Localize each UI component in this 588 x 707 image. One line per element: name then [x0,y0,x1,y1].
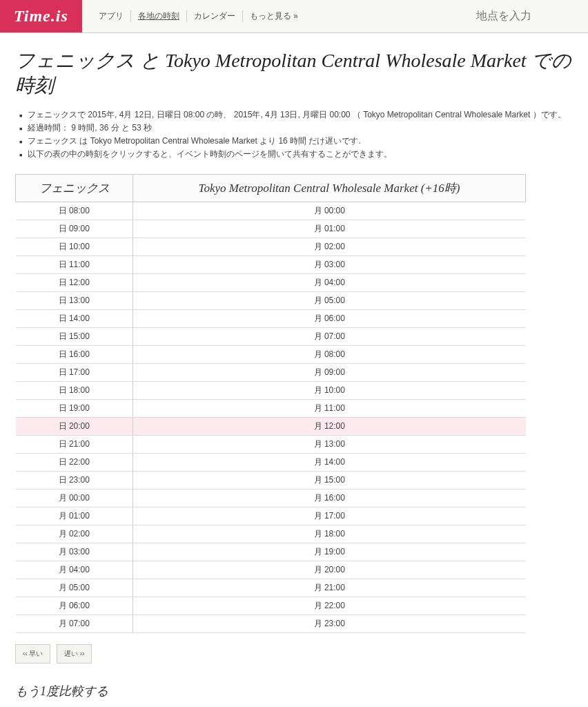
nav-more[interactable]: もっと見る » [243,10,305,22]
time-cell-phoenix[interactable]: 日 21:00 [16,435,133,453]
table-row[interactable]: 日 17:00月 09:00 [16,363,526,381]
table-row[interactable]: 日 14:00月 06:00 [16,309,526,327]
facts-list: フェニックスで 2015年, 4月 12日, 日曜日 08:00 の時、 201… [15,108,573,162]
nav-world-clock[interactable]: 各地の時刻 [131,10,187,22]
table-row[interactable]: 日 09:00月 01:00 [16,220,526,238]
table-row[interactable]: 月 04:00月 20:00 [16,561,526,579]
nav-calendar[interactable]: カレンダー [187,10,243,22]
later-button[interactable]: 遅い ›› [57,644,92,664]
time-cell-phoenix[interactable]: 月 04:00 [16,561,133,579]
col-header-phoenix: フェニックス [16,174,133,202]
time-cell-tokyo[interactable]: 月 06:00 [133,309,526,327]
table-row[interactable]: 月 00:00月 16:00 [16,489,526,507]
table-row[interactable]: 月 02:00月 18:00 [16,525,526,543]
time-cell-tokyo[interactable]: 月 14:00 [133,453,526,471]
time-table: フェニックス Tokyo Metropolitan Central Wholes… [15,174,526,633]
time-cell-phoenix[interactable]: 日 14:00 [16,309,133,327]
search [464,0,588,32]
time-cell-phoenix[interactable]: 日 10:00 [16,238,133,255]
fact: 経過時間： 9 時間, 36 分 と 53 秒 [19,122,573,135]
time-cell-tokyo[interactable]: 月 10:00 [133,381,526,399]
time-cell-phoenix[interactable]: 日 20:00 [16,417,133,435]
table-row[interactable]: 日 08:00月 00:00 [16,202,526,220]
time-cell-phoenix[interactable]: 日 16:00 [16,345,133,363]
nav-apps[interactable]: アプリ [92,10,131,22]
time-cell-phoenix[interactable]: 日 23:00 [16,471,133,489]
compare-heading: もう1度比較する [15,683,573,699]
time-cell-phoenix[interactable]: 日 08:00 [16,202,133,220]
fact: フェニックスで 2015年, 4月 12日, 日曜日 08:00 の時、 201… [19,108,573,122]
time-cell-phoenix[interactable]: 月 03:00 [16,543,133,561]
time-cell-phoenix[interactable]: 月 07:00 [16,614,133,632]
time-cell-phoenix[interactable]: 日 15:00 [16,327,133,345]
time-cell-phoenix[interactable]: 日 11:00 [16,255,133,273]
time-cell-tokyo[interactable]: 月 02:00 [133,238,526,255]
table-row[interactable]: 日 13:00月 05:00 [16,291,526,309]
time-cell-tokyo[interactable]: 月 03:00 [133,255,526,273]
time-cell-tokyo[interactable]: 月 07:00 [133,327,526,345]
time-cell-tokyo[interactable]: 月 16:00 [133,489,526,507]
search-input[interactable] [464,0,588,32]
table-row[interactable]: 月 07:00月 23:00 [16,614,526,632]
topbar: Time.is アプリ 各地の時刻 カレンダー もっと見る » [0,0,588,33]
time-cell-tokyo[interactable]: 月 04:00 [133,273,526,291]
time-cell-tokyo[interactable]: 月 22:00 [133,597,526,614]
col-header-tokyo: Tokyo Metropolitan Central Wholesale Mar… [133,174,526,202]
main-nav: アプリ 各地の時刻 カレンダー もっと見る » [82,0,305,32]
table-row[interactable]: 日 12:00月 04:00 [16,273,526,291]
table-row[interactable]: 日 23:00月 15:00 [16,471,526,489]
table-row[interactable]: 月 01:00月 17:00 [16,507,526,525]
time-cell-phoenix[interactable]: 日 17:00 [16,363,133,381]
logo[interactable]: Time.is [0,0,82,32]
time-cell-phoenix[interactable]: 月 02:00 [16,525,133,543]
table-row[interactable]: 月 03:00月 19:00 [16,543,526,561]
table-row[interactable]: 日 11:00月 03:00 [16,255,526,273]
time-cell-phoenix[interactable]: 日 22:00 [16,453,133,471]
table-row[interactable]: 日 21:00月 13:00 [16,435,526,453]
time-cell-tokyo[interactable]: 月 23:00 [133,614,526,632]
time-cell-phoenix[interactable]: 月 06:00 [16,597,133,614]
time-cell-phoenix[interactable]: 日 18:00 [16,381,133,399]
table-row[interactable]: 月 06:00月 22:00 [16,597,526,614]
pager: ‹‹ 早い 遅い ›› [15,644,573,664]
time-cell-tokyo[interactable]: 月 13:00 [133,435,526,453]
time-cell-phoenix[interactable]: 日 12:00 [16,273,133,291]
time-cell-tokyo[interactable]: 月 09:00 [133,363,526,381]
time-cell-tokyo[interactable]: 月 08:00 [133,345,526,363]
time-cell-tokyo[interactable]: 月 21:00 [133,579,526,597]
time-cell-tokyo[interactable]: 月 15:00 [133,471,526,489]
time-cell-phoenix[interactable]: 月 01:00 [16,507,133,525]
table-row[interactable]: 日 20:00月 12:00 [16,417,526,435]
time-cell-tokyo[interactable]: 月 00:00 [133,202,526,220]
table-row[interactable]: 日 19:00月 11:00 [16,399,526,417]
time-cell-phoenix[interactable]: 日 09:00 [16,220,133,238]
fact: 以下の表の中の時刻をクリックすると、イベント時刻のページを開いて共有することがで… [19,148,573,161]
time-cell-phoenix[interactable]: 月 00:00 [16,489,133,507]
time-cell-phoenix[interactable]: 日 19:00 [16,399,133,417]
table-row[interactable]: 日 16:00月 08:00 [16,345,526,363]
time-cell-tokyo[interactable]: 月 11:00 [133,399,526,417]
time-cell-tokyo[interactable]: 月 20:00 [133,561,526,579]
time-cell-tokyo[interactable]: 月 18:00 [133,525,526,543]
time-cell-tokyo[interactable]: 月 19:00 [133,543,526,561]
table-row[interactable]: 日 22:00月 14:00 [16,453,526,471]
time-cell-phoenix[interactable]: 月 05:00 [16,579,133,597]
page-title: フェニックス と Tokyo Metropolitan Central Whol… [15,48,573,99]
table-row[interactable]: 日 15:00月 07:00 [16,327,526,345]
table-row[interactable]: 月 05:00月 21:00 [16,579,526,597]
earlier-button[interactable]: ‹‹ 早い [15,644,50,664]
table-row[interactable]: 日 18:00月 10:00 [16,381,526,399]
time-cell-phoenix[interactable]: 日 13:00 [16,291,133,309]
time-cell-tokyo[interactable]: 月 12:00 [133,417,526,435]
fact: フェニックス は Tokyo Metropolitan Central Whol… [19,135,573,148]
time-cell-tokyo[interactable]: 月 17:00 [133,507,526,525]
table-row[interactable]: 日 10:00月 02:00 [16,238,526,255]
time-cell-tokyo[interactable]: 月 05:00 [133,291,526,309]
time-cell-tokyo[interactable]: 月 01:00 [133,220,526,238]
